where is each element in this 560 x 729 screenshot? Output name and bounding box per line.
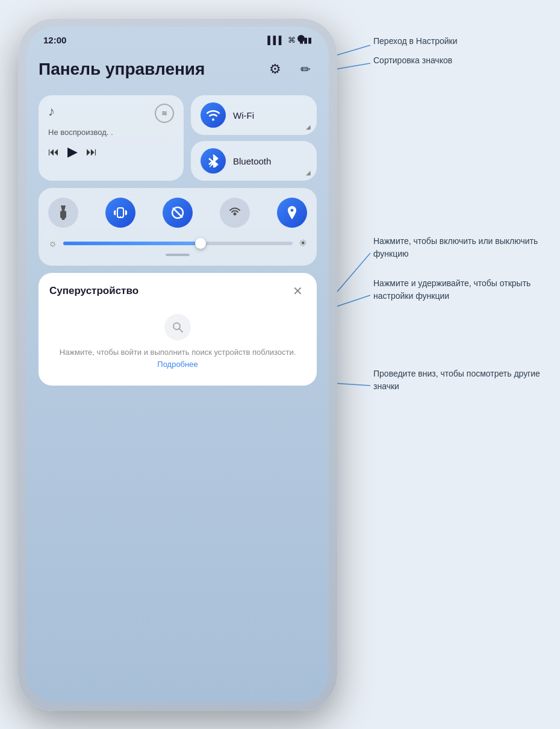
- learn-more-link[interactable]: Подробнее: [157, 360, 198, 369]
- top-cards-row: ♪ ≋ Не воспроизвод. . ⏮ ▶ ⏭: [39, 95, 317, 181]
- brightness-slider-row: ☼ ☀: [48, 237, 307, 249]
- music-note-icon: ♪: [48, 104, 55, 119]
- signal-icon: ▌▌▌: [267, 36, 284, 45]
- wifi-label: Wi-Fi: [233, 110, 254, 120]
- voice-waveform-icon: ≋: [155, 104, 174, 123]
- slider-thumb[interactable]: [195, 238, 206, 249]
- annotation-hold: Нажмите и удерживайте, чтобы открыть нас…: [373, 277, 542, 302]
- bluetooth-label: Bluetooth: [233, 156, 271, 166]
- phone-screen: 12:00 ▌▌▌ ⌘ ▮▮▮ Панель управления ⚙ ✏: [26, 27, 329, 702]
- svg-point-16: [234, 213, 237, 216]
- music-label: Не воспроизвод. .: [48, 128, 174, 137]
- page-title: Панель управления: [39, 60, 205, 79]
- next-button[interactable]: ⏭: [86, 146, 97, 158]
- svg-rect-7: [60, 211, 66, 218]
- phone-frame: 12:00 ▌▌▌ ⌘ ▮▮▮ Панель управления ⚙ ✏: [18, 18, 337, 711]
- drag-indicator: [166, 254, 190, 256]
- sort-icons-button[interactable]: ✏: [294, 58, 317, 81]
- music-controls: ⏮ ▶ ⏭: [48, 144, 174, 160]
- svg-line-2: [334, 253, 370, 295]
- svg-line-3: [334, 295, 370, 307]
- flashlight-toggle[interactable]: [48, 198, 78, 228]
- super-device-header: Суперустройство ✕: [49, 283, 306, 299]
- super-device-title: Суперустройство: [49, 285, 138, 297]
- wifi-card[interactable]: Wi-Fi ◢: [191, 95, 317, 135]
- svg-line-18: [179, 329, 183, 333]
- camera: [297, 35, 305, 42]
- hotspot-toggle[interactable]: [220, 198, 250, 228]
- close-super-device-button[interactable]: ✕: [289, 283, 306, 299]
- play-button[interactable]: ▶: [67, 144, 78, 160]
- super-device-card: Суперустройство ✕ Нажмите, чтобы войти и…: [39, 273, 317, 386]
- status-icons: ▌▌▌ ⌘ ▮▮▮: [267, 36, 312, 45]
- prev-button[interactable]: ⏮: [48, 146, 59, 158]
- bluetooth-card[interactable]: Bluetooth ◢: [191, 141, 317, 181]
- music-card[interactable]: ♪ ≋ Не воспроизвод. . ⏮ ▶ ⏭: [39, 95, 184, 181]
- slider-fill: [63, 242, 201, 245]
- header-icons: ⚙ ✏: [264, 58, 317, 81]
- vibrate-toggle[interactable]: [105, 198, 135, 228]
- super-device-description: Нажмите, чтобы войти и выполнить поиск у…: [49, 346, 306, 370]
- annotation-toggle: Нажмите, чтобы включить или выключить фу…: [373, 235, 542, 260]
- bluetooth-icon-circle: [201, 148, 226, 174]
- annotation-sort: Сортировка значков: [373, 54, 542, 67]
- quick-toggles-card: ☼ ☀: [39, 188, 317, 266]
- gear-icon: ⚙: [269, 61, 281, 77]
- super-device-search-area[interactable]: Нажмите, чтобы войти и выполнить поиск у…: [49, 308, 306, 376]
- brightness-low-icon: ☼: [48, 238, 57, 249]
- wifi-status-icon: ⌘: [288, 36, 296, 45]
- bluetooth-arrow-icon: ◢: [306, 169, 311, 176]
- toggles-row: [48, 198, 307, 228]
- settings-button[interactable]: ⚙: [264, 58, 287, 81]
- music-card-top: ♪ ≋: [48, 104, 174, 123]
- wifi-arrow-icon: ◢: [306, 124, 311, 130]
- svg-rect-8: [117, 208, 123, 217]
- panel-header: Панель управления ⚙ ✏: [39, 53, 317, 86]
- location-toggle[interactable]: [277, 198, 307, 228]
- search-icon: [164, 314, 191, 340]
- control-panel: Панель управления ⚙ ✏ ♪: [26, 53, 329, 386]
- edit-icon: ✏: [300, 62, 311, 77]
- status-bar: 12:00 ▌▌▌ ⌘ ▮▮▮: [26, 27, 329, 53]
- wifi-icon-circle: [201, 102, 226, 128]
- brightness-high-icon: ☀: [299, 237, 307, 249]
- right-cards: Wi-Fi ◢ Bluet: [191, 95, 317, 181]
- no-disturb-toggle[interactable]: [163, 198, 193, 228]
- status-time: 12:00: [43, 35, 66, 45]
- annotation-swipe: Проведите вниз, чтобы посмотреть другие …: [373, 368, 542, 393]
- annotation-settings: Переход в Настройки: [373, 35, 542, 48]
- brightness-slider[interactable]: [63, 242, 293, 245]
